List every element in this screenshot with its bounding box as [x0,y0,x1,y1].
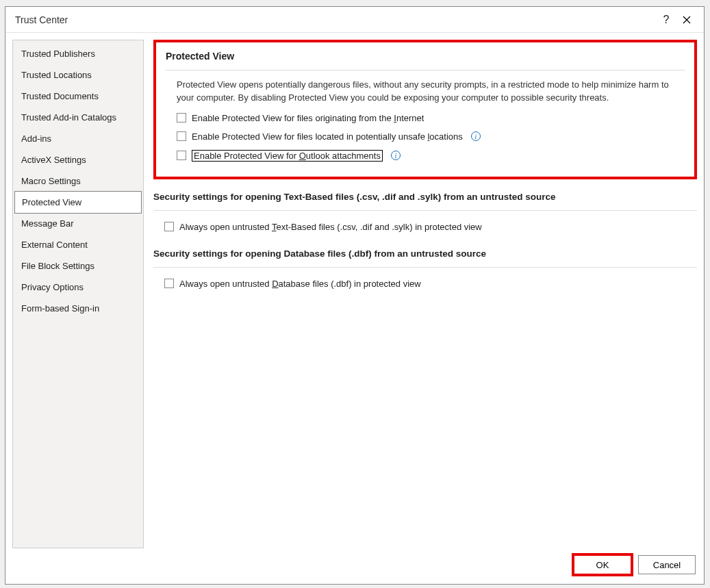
sidebar-item-external-content[interactable]: External Content [14,234,142,255]
option-text-based-row: Always open untrusted Text-Based files (… [153,218,697,236]
sidebar-item-trusted-publishers[interactable]: Trusted Publishers [14,43,142,64]
divider [153,267,697,268]
help-button[interactable]: ? [656,10,676,30]
checkbox-enable-internet[interactable] [177,113,186,123]
sidebar-item-file-block-settings[interactable]: File Block Settings [14,255,142,277]
protected-view-title: Protected View [166,51,685,62]
option-database-row: Always open untrusted Database files (.d… [153,274,697,293]
ok-button[interactable]: OK [574,555,631,574]
close-button[interactable] [676,10,697,30]
content-pane: Protected View Protected View opens pote… [153,40,697,548]
divider [153,210,697,211]
label-text-based: Always open untrusted Text-Based files (… [179,222,482,232]
cancel-button[interactable]: Cancel [638,555,696,574]
sidebar-item-trusted-documents[interactable]: Trusted Documents [14,86,142,107]
text-based-title: Security settings for opening Text-Based… [153,192,697,202]
label-enable-unsafe-locations: Enable Protected View for files located … [192,131,463,142]
sidebar-item-trusted-addin-catalogs[interactable]: Trusted Add-in Catalogs [14,107,142,128]
titlebar: Trust Center ? [5,7,704,33]
sidebar: Trusted Publishers Trusted Locations Tru… [12,40,144,548]
sidebar-item-message-bar[interactable]: Message Bar [14,213,142,234]
option-unsafe-locations-row: Enable Protected View for files located … [166,127,685,146]
checkbox-database[interactable] [164,279,174,288]
label-enable-internet: Enable Protected View for files originat… [192,113,424,123]
database-title: Security settings for opening Database f… [153,248,697,259]
option-outlook-row: Enable Protected View for Outlook attach… [166,146,685,166]
sidebar-item-activex-settings[interactable]: ActiveX Settings [14,149,142,170]
sidebar-item-privacy-options[interactable]: Privacy Options [14,277,142,298]
sidebar-item-trusted-locations[interactable]: Trusted Locations [14,64,142,86]
dialog-footer: OK Cancel [5,548,704,584]
dialog-title: Trust Center [15,14,656,25]
checkbox-enable-outlook[interactable] [177,151,186,160]
dialog-body: Trusted Publishers Trusted Locations Tru… [5,33,704,548]
info-icon[interactable]: i [471,131,481,141]
sidebar-item-protected-view[interactable]: Protected View [14,191,142,214]
protected-view-description: Protected View opens potentially dangero… [166,71,685,109]
checkbox-text-based[interactable] [164,222,174,231]
info-icon[interactable]: i [391,151,401,160]
sidebar-item-macro-settings[interactable]: Macro Settings [14,170,142,192]
sidebar-item-form-based-sign-in[interactable]: Form-based Sign-in [14,298,142,319]
checkbox-enable-unsafe-locations[interactable] [177,131,186,141]
trust-center-dialog: Trust Center ? Trusted Publishers Truste… [5,6,705,585]
label-enable-outlook: Enable Protected View for Outlook attach… [192,150,383,162]
protected-view-section: Protected View Protected View opens pote… [153,40,697,179]
label-database: Always open untrusted Database files (.d… [179,279,421,289]
sidebar-item-add-ins[interactable]: Add-ins [14,128,142,149]
option-internet-row: Enable Protected View for files originat… [166,109,685,127]
close-icon [683,16,691,24]
